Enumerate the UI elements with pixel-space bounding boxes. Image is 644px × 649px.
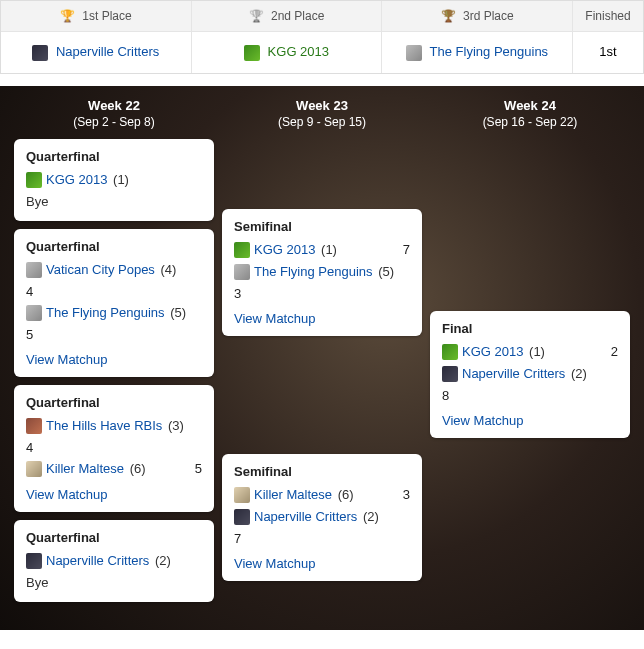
team-row: The Flying Penguins (5) <box>26 305 202 321</box>
team-avatar-icon <box>442 366 458 382</box>
team-avatar-icon <box>26 553 42 569</box>
team-avatar-icon <box>234 509 250 525</box>
quarterfinal-card: Quarterfinal Naperville Critters (2) Bye <box>14 520 214 602</box>
week-col-23: Week 23 (Sep 9 - Sep 15) Semifinal KGG 2… <box>218 98 426 610</box>
bye-label: Bye <box>26 575 202 590</box>
team-link[interactable]: KGG 2013 (1) <box>254 242 395 257</box>
week-range: (Sep 2 - Sep 8) <box>14 115 214 129</box>
week-col-22: Week 22 (Sep 2 - Sep 8) Quarterfinal KGG… <box>10 98 218 610</box>
finished-value: 1st <box>573 32 643 71</box>
view-matchup-link[interactable]: View Matchup <box>234 556 315 571</box>
team-link[interactable]: The Hills Have RBIs (3) <box>46 418 202 433</box>
team-row: Naperville Critters (2) <box>26 553 202 569</box>
podium-body-2: KGG 2013 <box>192 32 382 73</box>
podium-head-3: 🏆 3rd Place <box>382 1 572 32</box>
team-row: KGG 2013 (1) 7 <box>234 242 410 258</box>
card-title: Final <box>442 321 618 336</box>
team-avatar-icon <box>442 344 458 360</box>
team-link[interactable]: KGG 2013 <box>268 44 329 59</box>
score: 5 <box>26 327 202 342</box>
team-link[interactable]: Naperville Critters (2) <box>462 366 618 381</box>
score: 5 <box>187 461 202 476</box>
team-avatar-icon <box>234 264 250 280</box>
bye-label: Bye <box>26 194 202 209</box>
week-range: (Sep 16 - Sep 22) <box>430 115 630 129</box>
card-title: Quarterfinal <box>26 239 202 254</box>
team-row: KGG 2013 (1) 2 <box>442 344 618 360</box>
week-title: Week 23 <box>222 98 422 113</box>
team-avatar-icon <box>234 487 250 503</box>
team-row: Vatican City Popes (4) <box>26 262 202 278</box>
bracket: Week 22 (Sep 2 - Sep 8) Quarterfinal KGG… <box>0 86 644 630</box>
view-matchup-link[interactable]: View Matchup <box>26 352 107 367</box>
team-avatar-icon <box>244 45 260 61</box>
podium-col-3: 🏆 3rd Place The Flying Penguins <box>382 1 573 73</box>
team-link[interactable]: Vatican City Popes (4) <box>46 262 202 277</box>
trophy-icon: 🏆 <box>60 9 75 23</box>
team-avatar-icon <box>26 461 42 477</box>
place-label: 2nd Place <box>271 9 324 23</box>
team-avatar-icon <box>32 45 48 61</box>
card-title: Quarterfinal <box>26 530 202 545</box>
team-row: Killer Maltese (6) 5 <box>26 461 202 477</box>
team-row: KGG 2013 (1) <box>26 172 202 188</box>
quarterfinal-card: Quarterfinal KGG 2013 (1) Bye <box>14 139 214 221</box>
team-link[interactable]: The Flying Penguins (5) <box>46 305 202 320</box>
team-link[interactable]: The Flying Penguins (5) <box>254 264 410 279</box>
quarterfinal-card: Quarterfinal The Hills Have RBIs (3) 4 K… <box>14 385 214 512</box>
team-row: Naperville Critters (2) <box>234 509 410 525</box>
podium-head-2: 🏆 2nd Place <box>192 1 382 32</box>
team-row: The Hills Have RBIs (3) <box>26 418 202 434</box>
team-avatar-icon <box>26 305 42 321</box>
team-link[interactable]: Naperville Critters <box>56 44 159 59</box>
team-avatar-icon <box>406 45 422 61</box>
week-title: Week 22 <box>14 98 214 113</box>
team-row: Killer Maltese (6) 3 <box>234 487 410 503</box>
view-matchup-link[interactable]: View Matchup <box>234 311 315 326</box>
score: 2 <box>603 344 618 359</box>
team-link[interactable]: The Flying Penguins <box>430 44 549 59</box>
card-title: Quarterfinal <box>26 149 202 164</box>
week-title: Week 24 <box>430 98 630 113</box>
team-link[interactable]: KGG 2013 (1) <box>46 172 202 187</box>
view-matchup-link[interactable]: View Matchup <box>442 413 523 428</box>
team-link[interactable]: Naperville Critters (2) <box>254 509 410 524</box>
team-link[interactable]: Naperville Critters (2) <box>46 553 202 568</box>
quarterfinal-card: Quarterfinal Vatican City Popes (4) 4 Th… <box>14 229 214 377</box>
score: 4 <box>26 284 202 299</box>
team-avatar-icon <box>26 262 42 278</box>
semifinal-card: Semifinal KGG 2013 (1) 7 The Flying Peng… <box>222 209 422 336</box>
trophy-icon: 🏆 <box>441 9 456 23</box>
team-link[interactable]: KGG 2013 (1) <box>462 344 603 359</box>
podium-body-1: Naperville Critters <box>1 32 191 73</box>
card-title: Quarterfinal <box>26 395 202 410</box>
podium-col-1: 🏆 1st Place Naperville Critters <box>1 1 192 73</box>
team-avatar-icon <box>26 418 42 434</box>
finished-label: Finished <box>573 1 643 32</box>
score: 7 <box>234 531 410 546</box>
card-title: Semifinal <box>234 219 410 234</box>
team-avatar-icon <box>26 172 42 188</box>
podium-table: 🏆 1st Place Naperville Critters 🏆 2nd Pl… <box>0 0 644 74</box>
view-matchup-link[interactable]: View Matchup <box>26 487 107 502</box>
podium-col-2: 🏆 2nd Place KGG 2013 <box>192 1 383 73</box>
score: 8 <box>442 388 618 403</box>
score: 3 <box>395 487 410 502</box>
team-link[interactable]: Killer Maltese (6) <box>46 461 187 476</box>
podium-body-3: The Flying Penguins <box>382 32 572 73</box>
podium-head-1: 🏆 1st Place <box>1 1 191 32</box>
team-link[interactable]: Killer Maltese (6) <box>254 487 395 502</box>
team-row: Naperville Critters (2) <box>442 366 618 382</box>
semifinal-card: Semifinal Killer Maltese (6) 3 Napervill… <box>222 454 422 581</box>
card-title: Semifinal <box>234 464 410 479</box>
team-avatar-icon <box>234 242 250 258</box>
score: 3 <box>234 286 410 301</box>
trophy-icon: 🏆 <box>249 9 264 23</box>
week-col-24: Week 24 (Sep 16 - Sep 22) Final KGG 2013… <box>426 98 634 610</box>
team-row: The Flying Penguins (5) <box>234 264 410 280</box>
score: 4 <box>26 440 202 455</box>
score: 7 <box>395 242 410 257</box>
final-card: Final KGG 2013 (1) 2 Naperville Critters… <box>430 311 630 438</box>
week-range: (Sep 9 - Sep 15) <box>222 115 422 129</box>
place-label: 3rd Place <box>463 9 514 23</box>
